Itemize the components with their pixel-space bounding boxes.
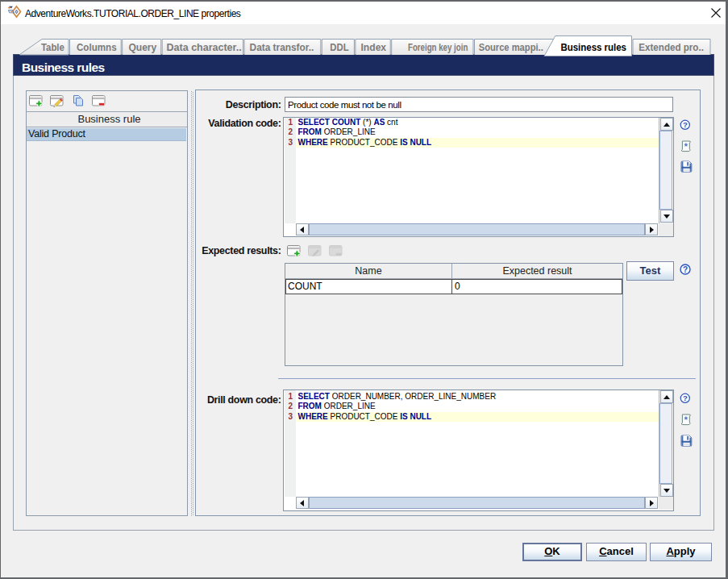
svg-text:Columns: Columns: [77, 42, 117, 53]
svg-text:?: ?: [683, 265, 688, 274]
svg-text:Source mappi..: Source mappi..: [479, 42, 543, 53]
svg-text:DDL: DDL: [330, 42, 348, 53]
svg-text:Business rules: Business rules: [560, 42, 626, 53]
svg-text:Query: Query: [128, 42, 156, 53]
svg-text:Index: Index: [361, 42, 387, 53]
svg-text:Table: Table: [41, 42, 64, 53]
svg-text:Extended pro..: Extended pro..: [639, 42, 704, 53]
svg-text:Data character..: Data character..: [167, 42, 242, 53]
svg-text:Data transfor..: Data transfor..: [250, 42, 314, 53]
svg-text:Foreign key join: Foreign key join: [408, 42, 468, 53]
